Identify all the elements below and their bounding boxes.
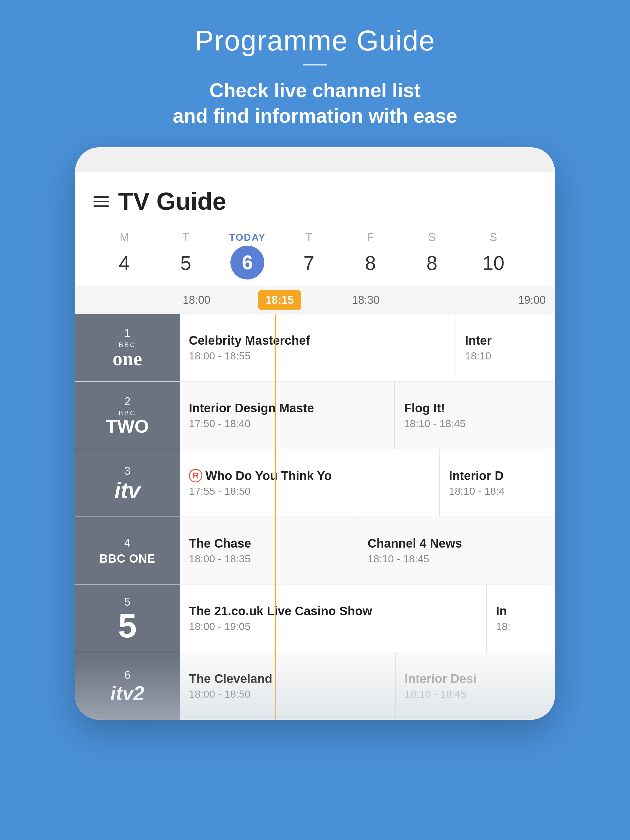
current-time-line (275, 314, 276, 720)
day-saturday[interactable]: S 8 (401, 231, 463, 280)
programme-interior-desi[interactable]: Interior Desi 18:10 - 18:45 (396, 652, 555, 720)
schedule-area: 18:00 18:15 18:30 19:00 1 BBC one (75, 286, 555, 720)
channel-row-bbc-two: 2 BBC TWO Interior Design Maste 17:50 - … (75, 382, 555, 449)
tv-guide-title: TV Guide (118, 187, 226, 216)
hamburger-menu-icon[interactable] (93, 196, 109, 207)
day-thursday[interactable]: T 7 (278, 231, 340, 280)
phone-mockup: TV Guide M 4 T 5 TODAY 6 T 7 F 8 (75, 147, 555, 720)
channel-label-5: 5 5 (75, 584, 180, 652)
title-divider (303, 64, 327, 65)
programme-channel4-news[interactable]: Channel 4 News 18:10 - 18:45 (358, 517, 555, 584)
programme-celebrity-masterchef[interactable]: Celebrity Masterchef 18:00 - 18:55 (180, 314, 456, 381)
tv-guide-container: TV Guide M 4 T 5 TODAY 6 T 7 F 8 (75, 172, 555, 720)
programme-21co-casino[interactable]: The 21.co.uk Live Casino Show 18:00 - 19… (180, 584, 487, 652)
programmes-area-2: Interior Design Maste 17:50 - 18:40 Flog… (180, 382, 555, 449)
programme-the-chase[interactable]: The Chase 18:00 - 18:35 (180, 517, 358, 584)
channel-row-ch5: 5 5 The 21.co.uk Live Casino Show 18:00 … (75, 584, 555, 652)
programme-flog-it[interactable]: Flog It! 18:10 - 18:45 (395, 382, 555, 449)
channel-label-4: 4 BBC ONE (75, 517, 180, 584)
timeline-row: 18:00 18:15 18:30 19:00 (75, 286, 555, 314)
programme-interior-design[interactable]: Interior Design Maste 17:50 - 18:40 (180, 382, 395, 449)
channel-row-itv2: 6 itv2 The Cleveland 18:00 - 18:50 Inter… (75, 652, 555, 720)
channel-row-ch4: 4 BBC ONE The Chase 18:00 - 18:35 Channe… (75, 517, 555, 584)
time-1800: 18:00 (183, 294, 211, 306)
programme-the-cleveland[interactable]: The Cleveland 18:00 - 18:50 (180, 652, 396, 720)
programmes-area-1: Celebrity Masterchef 18:00 - 18:55 Inter… (180, 314, 555, 381)
repeat-badge: R (189, 469, 203, 482)
tv-guide-header: TV Guide (75, 172, 555, 225)
programme-inter[interactable]: Inter 18:10 (456, 314, 555, 381)
channel-label-2: 2 BBC TWO (75, 382, 180, 449)
channel-label-1: 1 BBC one (75, 314, 180, 381)
day-monday[interactable]: M 4 (93, 231, 155, 280)
programmes-area-4: The Chase 18:00 - 18:35 Channel 4 News 1… (180, 517, 555, 584)
channel-row-itv: 3 itv R Who Do You Think Yo 17:55 - 18:5… (75, 449, 555, 517)
channels-grid: 1 BBC one Celebrity Masterchef 18:00 - 1… (75, 314, 555, 720)
programmes-area-5: The 21.co.uk Live Casino Show 18:00 - 19… (180, 584, 555, 652)
day-today[interactable]: TODAY 6 (217, 232, 278, 279)
day-friday[interactable]: F 8 (340, 231, 401, 280)
channel-label-3: 3 itv (75, 449, 180, 516)
header-section: Programme Guide Check live channel list … (0, 0, 630, 147)
time-1830: 18:30 (352, 294, 380, 306)
day-sunday[interactable]: S 10 (463, 231, 524, 280)
programme-interior-d[interactable]: Interior D 18:10 - 18:4 (440, 449, 555, 516)
page-title: Programme Guide (195, 25, 435, 57)
time-1900: 19:00 (518, 294, 546, 306)
days-row: M 4 T 5 TODAY 6 T 7 F 8 S 8 (75, 225, 555, 286)
channel-row-bbc-one: 1 BBC one Celebrity Masterchef 18:00 - 1… (75, 314, 555, 382)
programmes-area-6: The Cleveland 18:00 - 18:50 Interior Des… (180, 652, 555, 720)
time-current: 18:15 (258, 290, 301, 310)
day-tuesday-1[interactable]: T 5 (155, 231, 217, 280)
phone-top-bar (75, 147, 555, 172)
programmes-area-3: R Who Do You Think Yo 17:55 - 18:50 Inte… (180, 449, 555, 516)
subtitle: Check live channel list and find informa… (173, 78, 457, 129)
programme-who-do-you-think[interactable]: R Who Do You Think Yo 17:55 - 18:50 (180, 449, 440, 516)
programme-in[interactable]: In 18: (487, 584, 555, 652)
channel-label-6: 6 itv2 (75, 652, 180, 720)
